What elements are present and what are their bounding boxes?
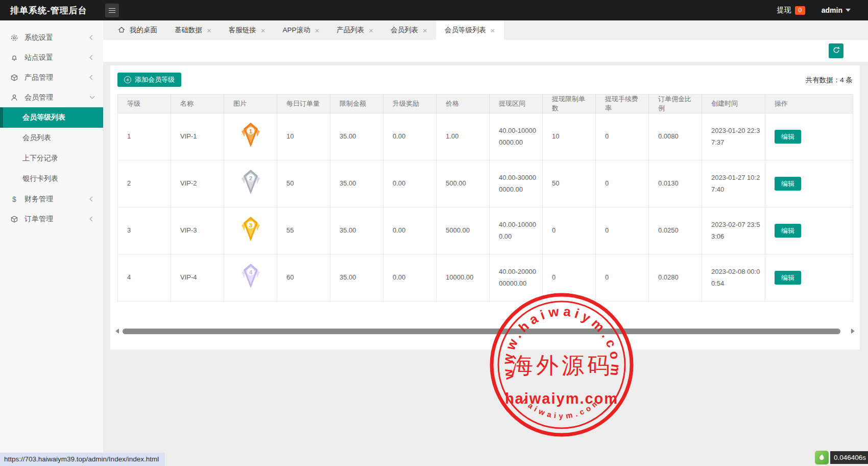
bell-icon xyxy=(10,54,18,62)
sidebar-item-label: 财务管理 xyxy=(25,195,53,204)
cell-commission: 0.0130 xyxy=(649,160,702,207)
table-row: 3 VIP-3 3 55 35.00 0.00 5000.00 40. xyxy=(118,207,853,254)
sidebar-item-score-records[interactable]: 上下分记录 xyxy=(0,148,103,169)
table-row: 4 VIP-4 4 60 35.00 0.00 10000.00 40 xyxy=(118,254,853,301)
scrollbar-track[interactable] xyxy=(123,328,848,334)
column-header-commission: 订单佣金比例 xyxy=(649,95,702,113)
tab-label: 产品列表 xyxy=(336,26,364,35)
horizontal-scrollbar[interactable] xyxy=(115,327,855,335)
user-icon xyxy=(10,94,18,102)
status-url-tooltip: https://703.haiwaiym39.top/admin/Index/i… xyxy=(0,453,165,466)
cell-upgrade-reward: 0.00 xyxy=(383,207,437,254)
cell-fee-rate: 0 xyxy=(596,254,649,301)
vip-4-badge-icon: 4 xyxy=(237,262,264,290)
cell-withdraw-range: 40.00-2000000000.00 xyxy=(490,254,543,301)
chevron-down-icon xyxy=(90,94,95,99)
sidebar-item-product-management[interactable]: 产品管理 xyxy=(0,67,103,87)
tab-app-scroll[interactable]: APP滚动× xyxy=(274,20,328,40)
cell-upgrade-reward: 0.00 xyxy=(383,113,437,160)
sidebar-item-order-management[interactable]: 订单管理 xyxy=(0,209,103,229)
plus-icon xyxy=(124,76,131,83)
chevron-left-icon xyxy=(90,55,95,60)
dollar-icon: $ xyxy=(10,195,18,203)
sidebar-item-member-level-list[interactable]: 会员等级列表 xyxy=(0,107,103,128)
column-header-image: 图片 xyxy=(224,95,277,113)
sidebar-subitem-label: 会员等级列表 xyxy=(22,113,65,122)
vip-1-badge-icon: 1 xyxy=(237,121,264,149)
chevron-left-icon xyxy=(90,217,95,222)
tab-service-link[interactable]: 客服链接× xyxy=(220,20,274,40)
cell-fee-rate: 0 xyxy=(596,113,649,160)
cell-daily-orders: 55 xyxy=(277,207,330,254)
cell-daily-orders: 50 xyxy=(277,160,330,207)
tab-product-list[interactable]: 产品列表× xyxy=(328,20,382,40)
hamburger-menu-button[interactable] xyxy=(105,4,119,17)
tab-bar: 我的桌面 基础数据× 客服链接× APP滚动× 产品列表× 会员列表× 会员等级… xyxy=(103,20,868,40)
tab-my-desktop[interactable]: 我的桌面 xyxy=(109,20,166,40)
cell-price: 10000.00 xyxy=(437,254,490,301)
close-icon[interactable]: × xyxy=(491,27,495,34)
edit-button[interactable]: 编辑 xyxy=(775,271,801,285)
tab-member-level-list[interactable]: 会员等级列表× xyxy=(436,20,504,40)
svg-text:2: 2 xyxy=(249,175,252,181)
sidebar-item-system-settings[interactable]: 系统设置 xyxy=(0,28,103,48)
cell-daily-orders: 10 xyxy=(277,113,330,160)
withdraw-menu[interactable]: 提现 0 xyxy=(777,6,805,15)
scrollbar-thumb[interactable] xyxy=(123,329,840,334)
withdraw-label: 提现 xyxy=(777,6,791,15)
tab-member-list[interactable]: 会员列表× xyxy=(382,20,436,40)
close-icon[interactable]: × xyxy=(369,27,373,34)
cell-limit-amount: 35.00 xyxy=(330,160,383,207)
refresh-button[interactable] xyxy=(829,43,843,58)
cell-commission: 0.0080 xyxy=(649,113,702,160)
scroll-left-arrow-icon[interactable] xyxy=(115,329,119,334)
table-row: 1 VIP-1 1 10 35.00 0.00 1.00 40.00- xyxy=(118,113,853,160)
add-member-level-button[interactable]: 添加会员等级 xyxy=(117,73,181,87)
withdraw-count-badge: 0 xyxy=(795,6,805,15)
column-header-withdraw-limit: 提现限制单数 xyxy=(543,95,596,113)
cell-created: 2023-02-08 00:00:54 xyxy=(702,254,765,301)
tab-label: 会员列表 xyxy=(391,26,418,35)
close-icon[interactable]: × xyxy=(315,27,320,34)
cell-created: 2023-01-20 22:37:37 xyxy=(702,113,765,160)
home-icon xyxy=(118,26,125,35)
chevron-left-icon xyxy=(90,75,95,80)
refresh-icon xyxy=(832,46,840,56)
cell-upgrade-reward: 0.00 xyxy=(383,160,437,207)
cell-fee-rate: 0 xyxy=(596,207,649,254)
close-icon[interactable]: × xyxy=(207,27,211,34)
close-icon[interactable]: × xyxy=(423,27,427,34)
edit-button[interactable]: 编辑 xyxy=(775,224,801,238)
cell-action: 编辑 xyxy=(765,254,853,301)
column-header-name: 名称 xyxy=(171,95,224,113)
column-header-limit-amount: 限制金额 xyxy=(330,95,383,113)
cell-withdraw-limit: 10 xyxy=(543,113,596,160)
cell-price: 1.00 xyxy=(437,113,490,160)
cell-commission: 0.0250 xyxy=(649,207,702,254)
scroll-right-arrow-icon[interactable] xyxy=(851,329,855,334)
cell-level: 1 xyxy=(118,113,171,160)
tab-basic-data[interactable]: 基础数据× xyxy=(166,20,220,40)
member-level-panel: 添加会员等级 共有数据：4 条 等级 名称 图片 每日订单量 限制金额 升级奖励… xyxy=(110,65,860,350)
sidebar-item-member-list[interactable]: 会员列表 xyxy=(0,128,103,148)
column-header-level: 等级 xyxy=(118,95,171,113)
watermark-arc-bottom-text: haiwaiym.com xyxy=(521,396,602,420)
cell-name: VIP-3 xyxy=(171,207,224,254)
sidebar-item-member-management[interactable]: 会员管理 xyxy=(0,87,103,107)
table-row: 2 VIP-2 2 50 35.00 0.00 500.00 40.0 xyxy=(118,160,853,207)
user-menu[interactable]: admin xyxy=(822,6,851,14)
sidebar: 系统设置 站点设置 产品管理 会员管理 会员等级列表 会员列表 上下分记录 银行… xyxy=(0,20,103,466)
svg-text:1: 1 xyxy=(249,128,252,134)
app-title: 排单系统-管理后台 xyxy=(10,5,87,16)
cell-level: 3 xyxy=(118,207,171,254)
close-icon[interactable]: × xyxy=(261,27,266,34)
chevron-left-icon xyxy=(90,35,95,40)
cell-image: 2 xyxy=(224,160,277,207)
tab-label: 会员等级列表 xyxy=(445,26,486,35)
sidebar-item-bank-card-list[interactable]: 银行卡列表 xyxy=(0,169,103,189)
username: admin xyxy=(822,6,842,14)
edit-button[interactable]: 编辑 xyxy=(775,177,801,191)
sidebar-item-site-settings[interactable]: 站点设置 xyxy=(0,48,103,67)
edit-button[interactable]: 编辑 xyxy=(775,130,801,144)
sidebar-item-finance-management[interactable]: $ 财务管理 xyxy=(0,189,103,209)
